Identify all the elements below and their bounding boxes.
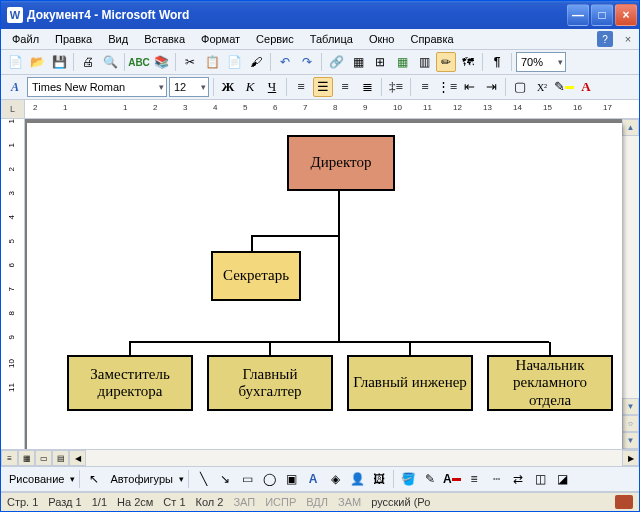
font-combo[interactable]: Times New Roman bbox=[27, 77, 167, 97]
cut-icon[interactable]: ✂ bbox=[180, 52, 200, 72]
drawing-menu[interactable]: Рисование bbox=[5, 471, 68, 487]
borders-button[interactable]: ▢ bbox=[510, 77, 530, 97]
3d-icon[interactable]: ◪ bbox=[552, 469, 572, 489]
hyperlink-icon[interactable]: 🔗 bbox=[326, 52, 346, 72]
node-engineer[interactable]: Главный инженер bbox=[347, 355, 473, 411]
view-normal-icon[interactable]: ≡ bbox=[1, 450, 18, 466]
hscroll-track[interactable] bbox=[86, 450, 622, 466]
menu-window[interactable]: Окно bbox=[362, 31, 402, 47]
titlebar[interactable]: W Документ4 - Microsoft Word — □ × bbox=[1, 1, 639, 29]
horizontal-ruler[interactable]: 211234567891011121314151617 bbox=[25, 100, 639, 118]
redo-icon[interactable]: ↷ bbox=[297, 52, 317, 72]
fill-color-icon[interactable]: 🪣 bbox=[398, 469, 418, 489]
indent-button[interactable]: ⇥ bbox=[481, 77, 501, 97]
doc-map-icon[interactable]: 🗺 bbox=[458, 52, 478, 72]
node-accountant[interactable]: Главный бухгалтер bbox=[207, 355, 333, 411]
bullets-button[interactable]: ⋮≡ bbox=[437, 77, 457, 97]
node-ad-head[interactable]: Начальник рекламного отдела bbox=[487, 355, 613, 411]
line-color-icon[interactable]: ✎ bbox=[420, 469, 440, 489]
font-color-button[interactable]: A bbox=[576, 77, 596, 97]
menu-table[interactable]: Таблица bbox=[303, 31, 360, 47]
font-color-draw-icon[interactable]: A bbox=[442, 469, 462, 489]
show-marks-icon[interactable]: ¶ bbox=[487, 52, 507, 72]
select-objects-icon[interactable]: ↖ bbox=[84, 469, 104, 489]
view-print-icon[interactable]: ▭ bbox=[35, 450, 52, 466]
spelling-status-icon[interactable] bbox=[615, 495, 633, 509]
wordart-icon[interactable]: A bbox=[303, 469, 323, 489]
dash-style-icon[interactable]: ┄ bbox=[486, 469, 506, 489]
arrow-icon[interactable]: ↘ bbox=[215, 469, 235, 489]
diagram-icon[interactable]: ◈ bbox=[325, 469, 345, 489]
bold-button[interactable]: Ж bbox=[218, 77, 238, 97]
line-style-icon[interactable]: ≡ bbox=[464, 469, 484, 489]
menu-edit[interactable]: Правка bbox=[48, 31, 99, 47]
autoshapes-menu[interactable]: Автофигуры bbox=[106, 471, 177, 487]
open-icon[interactable]: 📂 bbox=[27, 52, 47, 72]
research-icon[interactable]: 📚 bbox=[151, 52, 171, 72]
print-icon[interactable]: 🖨 bbox=[78, 52, 98, 72]
insert-table-icon[interactable]: ⊞ bbox=[370, 52, 390, 72]
rectangle-icon[interactable]: ▭ bbox=[237, 469, 257, 489]
italic-button[interactable]: К bbox=[240, 77, 260, 97]
numbering-button[interactable]: ≡ bbox=[415, 77, 435, 97]
new-icon[interactable]: 📄 bbox=[5, 52, 25, 72]
horizontal-scrollbar[interactable]: ≡ ▦ ▭ ▤ ◀ ▶ bbox=[1, 449, 639, 466]
menu-service[interactable]: Сервис bbox=[249, 31, 301, 47]
align-left-button[interactable]: ≡ bbox=[291, 77, 311, 97]
close-doc-icon[interactable]: × bbox=[621, 32, 635, 46]
preview-icon[interactable]: 🔍 bbox=[100, 52, 120, 72]
scroll-down-icon[interactable]: ▼ bbox=[622, 398, 639, 415]
maximize-button[interactable]: □ bbox=[591, 4, 613, 26]
node-secretary[interactable]: Секретарь bbox=[211, 251, 301, 301]
paste-icon[interactable]: 📄 bbox=[224, 52, 244, 72]
vertical-scrollbar[interactable]: ▲ ▼ ○ ▼ bbox=[622, 119, 639, 449]
styles-icon[interactable]: A bbox=[5, 77, 25, 97]
menu-format[interactable]: Формат bbox=[194, 31, 247, 47]
org-chart[interactable]: Директор Секретарь Заместитель директора… bbox=[67, 135, 612, 439]
align-right-button[interactable]: ≡ bbox=[335, 77, 355, 97]
scroll-right-icon[interactable]: ▶ bbox=[622, 450, 639, 466]
view-web-icon[interactable]: ▦ bbox=[18, 450, 35, 466]
excel-icon[interactable]: ▦ bbox=[392, 52, 412, 72]
zoom-combo[interactable]: 70% bbox=[516, 52, 566, 72]
node-deputy[interactable]: Заместитель директора bbox=[67, 355, 193, 411]
clipart-icon[interactable]: 👤 bbox=[347, 469, 367, 489]
scroll-track[interactable] bbox=[622, 136, 639, 398]
close-button[interactable]: × bbox=[615, 4, 637, 26]
menu-file[interactable]: Файл bbox=[5, 31, 46, 47]
align-justify-button[interactable]: ≣ bbox=[357, 77, 377, 97]
menu-view[interactable]: Вид bbox=[101, 31, 135, 47]
menu-insert[interactable]: Вставка bbox=[137, 31, 192, 47]
vertical-ruler[interactable]: 11234567891011 bbox=[1, 119, 25, 449]
tables-borders-icon[interactable]: ▦ bbox=[348, 52, 368, 72]
size-combo[interactable]: 12 bbox=[169, 77, 209, 97]
format-painter-icon[interactable]: 🖌 bbox=[246, 52, 266, 72]
undo-icon[interactable]: ↶ bbox=[275, 52, 295, 72]
superscript-button[interactable]: X² bbox=[532, 77, 552, 97]
columns-icon[interactable]: ▥ bbox=[414, 52, 434, 72]
menu-help[interactable]: Справка bbox=[403, 31, 460, 47]
align-center-button[interactable]: ☰ bbox=[313, 77, 333, 97]
picture-icon[interactable]: 🖼 bbox=[369, 469, 389, 489]
copy-icon[interactable]: 📋 bbox=[202, 52, 222, 72]
textbox-icon[interactable]: ▣ bbox=[281, 469, 301, 489]
oval-icon[interactable]: ◯ bbox=[259, 469, 279, 489]
node-director[interactable]: Директор bbox=[287, 135, 395, 191]
spellcheck-icon[interactable]: ABC bbox=[129, 52, 149, 72]
arrow-style-icon[interactable]: ⇄ bbox=[508, 469, 528, 489]
next-page-icon[interactable]: ▼ bbox=[622, 432, 639, 449]
line-icon[interactable]: ╲ bbox=[193, 469, 213, 489]
view-outline-icon[interactable]: ▤ bbox=[52, 450, 69, 466]
shadow-icon[interactable]: ◫ bbox=[530, 469, 550, 489]
line-spacing-button[interactable]: ‡≡ bbox=[386, 77, 406, 97]
save-icon[interactable]: 💾 bbox=[49, 52, 69, 72]
page[interactable]: Директор Секретарь Заместитель директора… bbox=[27, 123, 622, 449]
drawing-toggle-icon[interactable]: ✏ bbox=[436, 52, 456, 72]
scroll-up-icon[interactable]: ▲ bbox=[622, 119, 639, 136]
browse-object-icon[interactable]: ○ bbox=[622, 415, 639, 432]
highlight-button[interactable]: ✎ bbox=[554, 77, 574, 97]
outdent-button[interactable]: ⇤ bbox=[459, 77, 479, 97]
help-icon[interactable]: ? bbox=[597, 31, 613, 47]
minimize-button[interactable]: — bbox=[567, 4, 589, 26]
underline-button[interactable]: Ч bbox=[262, 77, 282, 97]
